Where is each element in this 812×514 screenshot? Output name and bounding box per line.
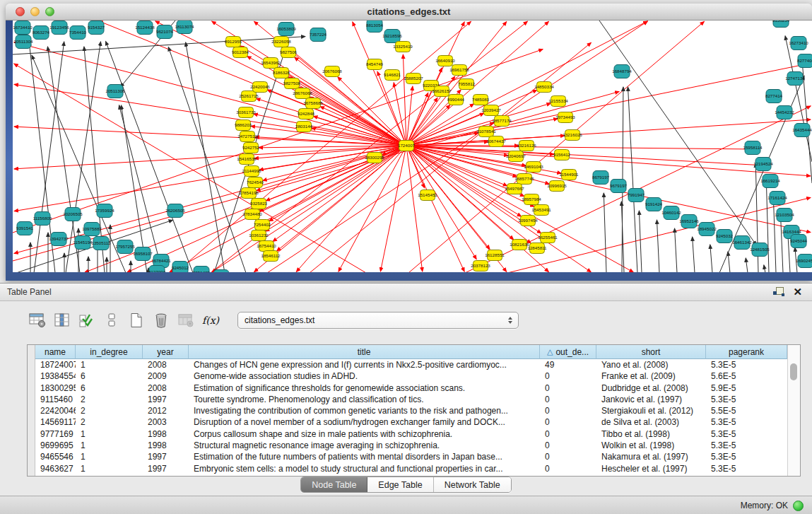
column-header-name[interactable]: name: [35, 345, 76, 359]
table-cell: Tourette syndrome. Phenomenology and cla…: [189, 394, 540, 405]
table-row[interactable]: 1938455462009Genome-wide association stu…: [35, 370, 787, 382]
table-select-dropdown[interactable]: citations_edges.txt: [237, 312, 519, 329]
table-cell: 0: [540, 370, 596, 382]
window-title: citations_edges.txt: [6, 6, 812, 17]
table-cell: 0: [540, 440, 596, 451]
window-titlebar[interactable]: citations_edges.txt: [6, 4, 812, 21]
network-edge: [766, 180, 769, 272]
memory-status-label: Memory: OK: [741, 501, 788, 510]
table-cell: 9115460: [35, 394, 76, 405]
node-table: namein_degreeyeartitle△out_de...shortpag…: [27, 344, 801, 477]
table-row[interactable]: 1830029562008Estimation of significance …: [35, 382, 787, 394]
table-cell: 2008: [143, 382, 189, 394]
network-edge: [265, 146, 406, 231]
table-cell: 2009: [143, 370, 189, 382]
network-node-label: 7991947: [628, 192, 645, 197]
table-cell: 5.3E-5: [706, 394, 787, 405]
network-node-label: 16626157: [432, 88, 452, 93]
network-node-label: 20511304: [13, 39, 33, 44]
table-cell: 0: [540, 405, 596, 416]
network-node-label: 9012384: [232, 49, 249, 54]
network-node-label: 8679197: [592, 175, 610, 180]
network-node-label: 9154327: [88, 25, 105, 30]
tab-network-table[interactable]: Network Table: [434, 477, 511, 492]
table-cell: 6: [76, 382, 143, 394]
table-row[interactable]: 2242004622012Investigating the contribut…: [35, 405, 787, 416]
network-edge: [406, 146, 811, 233]
tab-node-table[interactable]: Node Table: [301, 477, 367, 492]
table-row[interactable]: 1456911722003Disruption of a novel membe…: [35, 416, 787, 428]
table-cell: 1: [76, 463, 143, 474]
column-header-pagerank[interactable]: pagerank: [706, 345, 787, 359]
scrollbar-thumb[interactable]: [790, 363, 797, 380]
table-cell: 2012: [143, 405, 189, 416]
column-header-short[interactable]: short: [596, 345, 706, 359]
show-columns-icon[interactable]: [53, 311, 71, 329]
table-row[interactable]: 946554611997Estimation of the future num…: [35, 451, 787, 462]
network-node-label: 9551425: [193, 270, 211, 272]
column-header-year[interactable]: year: [143, 345, 189, 359]
network-edge: [296, 146, 406, 271]
table-row[interactable]: 911546021997Tourette syndrome. Phenomeno…: [35, 394, 787, 405]
network-node[interactable]: [213, 270, 229, 273]
column-header-in_degree[interactable]: in_degree: [76, 345, 143, 359]
table-cell: Tibbo et al. (1998): [596, 428, 706, 440]
table-cell: 0: [540, 382, 596, 394]
network-node-label: 8454749: [366, 62, 384, 66]
float-panel-icon[interactable]: [773, 287, 784, 297]
network-edge: [257, 146, 406, 191]
table-cell: 0: [540, 394, 596, 405]
table-select-value: citations_edges.txt: [238, 315, 508, 325]
network-node-label: 26206505: [165, 208, 185, 213]
table-row[interactable]: 1872400712008Changes of HCN gene express…: [35, 359, 787, 370]
network-node-label: 14850334: [534, 84, 554, 89]
network-node-label: 10997454: [518, 218, 538, 223]
table-cell: Embryonic stem cells: a model to study s…: [189, 463, 540, 474]
network-node-label: 9156234: [772, 21, 790, 23]
table-vertical-scrollbar[interactable]: [787, 345, 800, 476]
network-node-label: 18113074: [175, 24, 194, 29]
table-row[interactable]: 946362711997Embryonic stem cells: a mode…: [35, 463, 787, 474]
network-node-label: 12039427: [481, 107, 501, 112]
table-toolbar: f(x) citations_edges.txt: [0, 301, 812, 332]
table-cell: 1997: [143, 394, 189, 405]
new-column-icon[interactable]: [127, 311, 146, 329]
table-cell: 49: [540, 359, 596, 370]
network-node-label: 8912955: [225, 39, 242, 44]
delete-table-icon[interactable]: [177, 311, 195, 329]
table-cell: 5.9E-5: [706, 382, 787, 394]
select-all-icon[interactable]: [78, 311, 96, 329]
network-node-label: 13216026: [563, 132, 582, 137]
network-node-label: 10674437: [486, 139, 506, 144]
table-mode-icon[interactable]: [28, 311, 47, 329]
network-node-label: 14691043: [524, 164, 543, 169]
delete-column-icon[interactable]: [152, 311, 170, 329]
table-panel-title: Table Panel: [0, 287, 773, 297]
close-panel-icon[interactable]: ✕: [793, 287, 802, 297]
network-node-label: 13216126: [517, 143, 536, 148]
function-builder-icon[interactable]: f(x): [201, 311, 220, 329]
table-row[interactable]: 977716911998Corpus callosum shape and si…: [35, 428, 787, 440]
table-row[interactable]: 969969511998Structural magnetic resonanc…: [35, 440, 787, 451]
network-canvas[interactable]: 1673441080632741912345673544109154327205…: [13, 21, 812, 272]
network-node-label: 24727512: [237, 134, 257, 139]
table-cell: Stergiakouli et al. (2012): [596, 405, 706, 416]
network-node-label: 18546112: [261, 253, 281, 258]
table-header-row: namein_degreeyeartitle△out_de...shortpag…: [35, 345, 787, 359]
column-header-out_de[interactable]: △out_de...: [540, 345, 596, 359]
network-edge: [728, 252, 730, 272]
column-header-title[interactable]: title: [189, 345, 540, 359]
network-node-label: 20511306: [105, 88, 125, 93]
network-node-label: 16255461: [538, 235, 558, 240]
network-edge: [273, 146, 406, 242]
tab-edge-table[interactable]: Edge Table: [367, 477, 433, 492]
network-node-label: 9245044: [790, 238, 808, 243]
table-cell: 1997: [143, 463, 189, 474]
network-node-label: 18300295: [365, 155, 384, 160]
row-height-icon[interactable]: [102, 311, 121, 329]
screen: citations_edges.txt 16734410806327419123…: [0, 0, 812, 514]
table-cell: Wolkin et al. (1998): [596, 440, 706, 451]
network-edge: [406, 103, 551, 146]
table-cell: 5.3E-5: [706, 440, 787, 451]
network-node-label: 2803144: [295, 124, 313, 129]
